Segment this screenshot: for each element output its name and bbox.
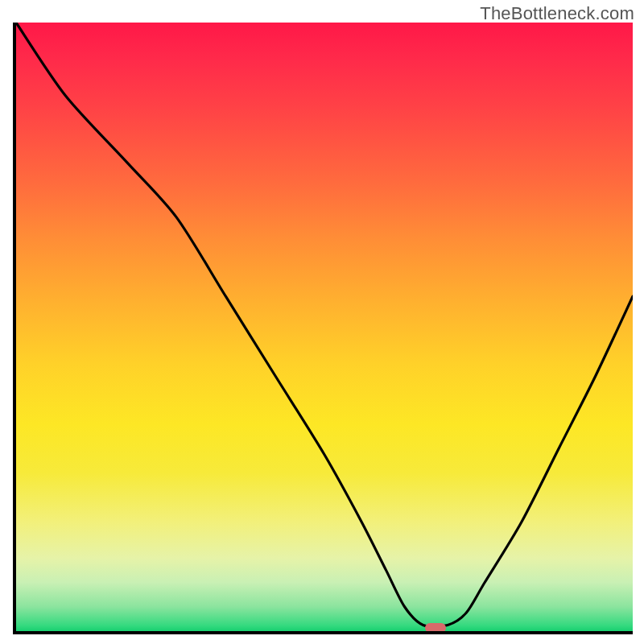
plot-area xyxy=(13,23,633,634)
bottleneck-curve-path xyxy=(16,23,633,626)
curve-layer xyxy=(16,23,633,631)
watermark-text: TheBottleneck.com xyxy=(480,3,634,24)
chart-container: TheBottleneck.com xyxy=(0,0,644,644)
optimal-marker xyxy=(425,623,446,633)
